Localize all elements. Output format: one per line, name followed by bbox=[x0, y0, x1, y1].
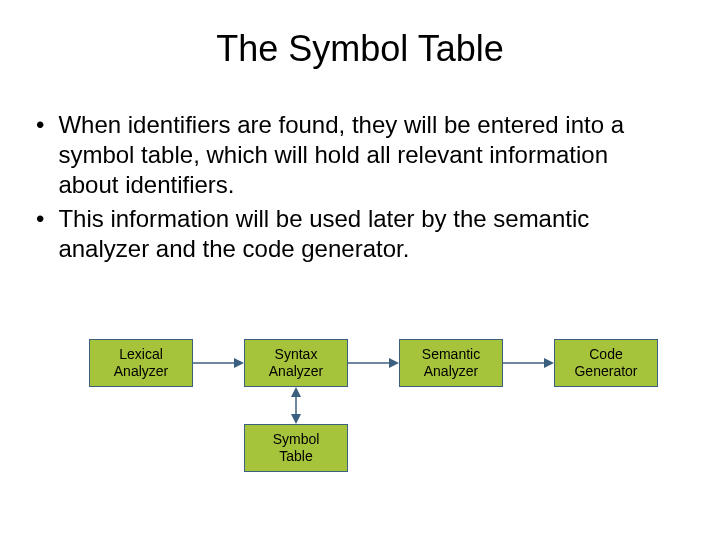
bullet-item: • When identifiers are found, they will … bbox=[56, 110, 664, 200]
bullet-text: When identifiers are found, they will be… bbox=[58, 110, 664, 200]
semantic-analyzer-box: SemanticAnalyzer bbox=[399, 339, 503, 387]
lexical-analyzer-box: LexicalAnalyzer bbox=[89, 339, 193, 387]
bullet-item: • This information will be used later by… bbox=[56, 204, 664, 264]
diagram-arrows bbox=[0, 0, 720, 540]
arrow-lexical-to-syntax bbox=[193, 358, 244, 368]
svg-marker-7 bbox=[291, 387, 301, 397]
slide-title: The Symbol Table bbox=[0, 0, 720, 70]
symbol-table-box: SymbolTable bbox=[244, 424, 348, 472]
bullet-text: This information will be used later by t… bbox=[58, 204, 664, 264]
svg-marker-3 bbox=[389, 358, 399, 368]
svg-marker-5 bbox=[544, 358, 554, 368]
arrow-syntax-to-semantic bbox=[348, 358, 399, 368]
bullet-list: • When identifiers are found, they will … bbox=[56, 110, 664, 264]
code-generator-box: CodeGenerator bbox=[554, 339, 658, 387]
bullet-dot-icon: • bbox=[36, 204, 44, 234]
arrow-semantic-to-codegen bbox=[503, 358, 554, 368]
svg-marker-1 bbox=[234, 358, 244, 368]
slide: The Symbol Table • When identifiers are … bbox=[0, 0, 720, 540]
bullet-dot-icon: • bbox=[36, 110, 44, 140]
syntax-analyzer-box: SyntaxAnalyzer bbox=[244, 339, 348, 387]
arrow-syntax-symbol-double bbox=[291, 387, 301, 424]
svg-marker-8 bbox=[291, 414, 301, 424]
